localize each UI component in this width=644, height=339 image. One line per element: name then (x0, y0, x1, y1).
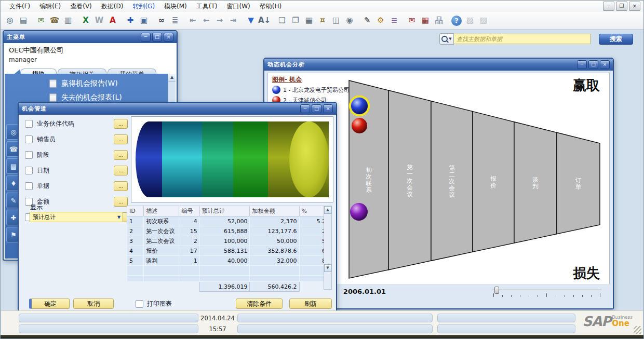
find-button[interactable]: ∞ (155, 15, 168, 27)
display-dropdown[interactable]: 预计总计 ▼ (30, 212, 123, 222)
stage-checkbox[interactable] (25, 151, 33, 159)
lock-screen-button[interactable]: ▣ (138, 15, 150, 27)
menu-tools[interactable]: 工具(T) (192, 1, 222, 12)
menu-data[interactable]: 数据(D) (97, 1, 128, 12)
grayed-button-2[interactable]: ▨ (477, 15, 490, 27)
export-excel-button[interactable]: X (79, 15, 92, 27)
app-close-button[interactable]: × (629, 2, 640, 11)
opportunity-analysis-titlebar[interactable]: 动态机会分析 ─□× (264, 59, 613, 71)
date-checkbox[interactable] (25, 167, 33, 174)
copy-from-button[interactable]: ❏ (276, 15, 288, 27)
last-record-button[interactable]: ⇥ (227, 15, 239, 27)
sort-button[interactable]: A↓ (258, 15, 271, 27)
form-settings-button[interactable]: ⚙ (374, 15, 387, 27)
copy-to-button[interactable]: ❐ (289, 15, 302, 27)
menu-file[interactable]: 文件(F) (5, 1, 35, 12)
document-checkbox[interactable] (25, 182, 33, 190)
grayed-button-1[interactable]: ▨ (464, 15, 476, 27)
sales-employee-browse-button[interactable]: ... (114, 134, 128, 144)
menu-window[interactable]: 窗口(W) (222, 1, 255, 12)
pipeline-dialog-titlebar[interactable]: 机会管道 ─□× (19, 103, 336, 115)
menu-edit[interactable]: 编辑(E) (35, 1, 65, 12)
table-scrollbar[interactable]: ▲ ▼ (324, 206, 332, 290)
print-button[interactable]: ▤ (17, 15, 30, 27)
list-button[interactable]: ≣ (169, 15, 181, 27)
scroll-down-icon[interactable]: ▼ (324, 264, 331, 272)
table-row[interactable]: 3第二次会议2100,00050,00050 (127, 236, 332, 246)
first-record-button[interactable]: ⇤ (186, 15, 199, 27)
menu-view[interactable]: 查看(V) (65, 1, 97, 12)
book-search-button[interactable]: ◉ (343, 15, 356, 27)
opportunity-marker[interactable] (352, 118, 367, 133)
document-browse-button[interactable]: ... (114, 181, 128, 191)
app-restore-button[interactable]: ❐ (616, 2, 627, 11)
analysis-minimize-button[interactable]: ─ (577, 60, 587, 69)
resize-grip[interactable] (634, 326, 641, 334)
cancel-button[interactable]: 取消 (73, 299, 114, 309)
dropdown-arrow-icon[interactable]: ▼ (115, 215, 123, 220)
table-row[interactable]: 1初次联系452,0002,3705.25 (127, 216, 332, 226)
help-button[interactable]: ? (451, 16, 462, 26)
calendar-button[interactable]: ▦ (419, 15, 432, 27)
column-header[interactable]: 编号 (179, 206, 199, 216)
clear-conditions-button[interactable]: 清除条件 (236, 299, 283, 309)
sms-button[interactable]: ☎ (48, 15, 61, 27)
column-header[interactable]: 预计总计 (199, 206, 250, 216)
opportunity-marker[interactable] (350, 203, 368, 221)
sales-employee-checkbox[interactable] (25, 135, 33, 143)
table-row[interactable]: 5谈判140,00032,00080 (127, 256, 332, 266)
refresh-button[interactable]: 刷新 (289, 299, 332, 309)
scroll-up-icon[interactable]: ▲ (168, 74, 176, 82)
filter-row-sales-employee: 销售员... (25, 134, 128, 144)
analysis-maximize-button[interactable]: □ (588, 60, 598, 69)
opportunity-marker[interactable] (351, 98, 368, 114)
scroll-up-icon[interactable]: ▲ (324, 206, 331, 214)
send-message-button[interactable]: ✉ (35, 15, 47, 27)
business-partner-code-checkbox[interactable] (25, 120, 33, 128)
business-partner-code-browse-button[interactable]: ... (114, 119, 128, 129)
alert-button[interactable]: ✉ (406, 15, 418, 27)
column-header[interactable]: 加权金额 (250, 206, 299, 216)
timeline-slider[interactable] (492, 286, 601, 297)
database-button[interactable]: ≡ (388, 15, 400, 27)
column-header[interactable]: 描述 (144, 206, 179, 216)
print-chart-checkbox[interactable] (136, 300, 143, 308)
main-menu-titlebar[interactable]: 主菜单 ─□× (4, 31, 177, 43)
journal-button[interactable]: ◫ (330, 15, 342, 27)
export-pdf-button[interactable]: A (106, 15, 119, 27)
ok-button[interactable]: 确定 (29, 299, 70, 309)
amount-browse-button[interactable]: ... (114, 197, 128, 207)
search-scope-button[interactable]: ▼ (439, 33, 454, 45)
menu-goto[interactable]: 转到(G) (128, 1, 159, 12)
next-record-button[interactable]: → (213, 15, 226, 27)
org-chart-button[interactable]: 品 (433, 15, 445, 27)
calculator-button[interactable]: ▦ (303, 15, 315, 27)
menu-modules[interactable]: 模块(M) (159, 1, 192, 12)
main-menu-minimize-button[interactable]: ─ (141, 33, 151, 42)
table-row[interactable]: 4报价17588,131352,878.660 (127, 246, 332, 256)
search-button[interactable]: 搜索 (599, 34, 633, 45)
date-browse-button[interactable]: ... (114, 166, 128, 175)
menu-help[interactable]: 帮助(H) (255, 1, 286, 12)
legend-item[interactable]: 1 - 北京龙发电子贸易公司 (272, 86, 350, 94)
main-menu-close-button[interactable]: × (164, 33, 173, 42)
search-input[interactable] (454, 34, 591, 44)
navigate-button[interactable]: ✚ (124, 15, 137, 27)
main-menu-maximize-button[interactable]: □ (152, 33, 162, 42)
app-minimize-button[interactable]: ─ (603, 2, 614, 11)
menu-item-won-opportunities-report[interactable]: 赢得机会报告(W) (5, 76, 176, 90)
stage-browse-button[interactable]: ... (114, 150, 128, 160)
pipeline-close-button[interactable]: × (323, 104, 333, 113)
pencil-button[interactable]: ✎ (361, 15, 373, 27)
payment-button[interactable]: ¤ (316, 15, 329, 27)
fax-button[interactable]: ▥ (62, 15, 74, 27)
analysis-close-button[interactable]: × (600, 60, 610, 69)
print-preview-button[interactable]: ◎ (4, 15, 16, 27)
table-row[interactable]: 2第一次会议15615,888123,177.620 (127, 226, 332, 236)
export-word-button[interactable]: W (93, 15, 105, 27)
column-header[interactable]: ID (127, 206, 144, 216)
previous-record-button[interactable]: ← (200, 15, 212, 27)
filter-button[interactable]: ▼ (245, 15, 257, 27)
pipeline-minimize-button[interactable]: ─ (300, 104, 310, 113)
pipeline-maximize-button[interactable]: □ (312, 104, 321, 113)
